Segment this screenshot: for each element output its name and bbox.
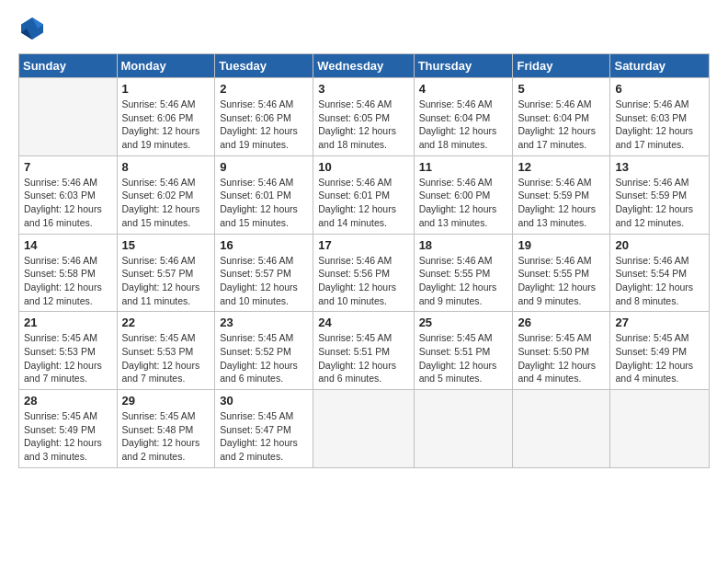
header [18, 15, 710, 42]
day-info: Sunrise: 5:45 AMSunset: 5:49 PMDaylight:… [615, 331, 704, 385]
day-number: 2 [220, 82, 308, 96]
day-info: Sunrise: 5:46 AMSunset: 5:55 PMDaylight:… [518, 254, 605, 308]
calendar-week-row: 14Sunrise: 5:46 AMSunset: 5:58 PMDayligh… [19, 234, 710, 312]
day-info: Sunrise: 5:46 AMSunset: 5:57 PMDaylight:… [122, 254, 210, 308]
calendar-cell: 11Sunrise: 5:46 AMSunset: 6:00 PMDayligh… [414, 155, 513, 234]
calendar-cell: 4Sunrise: 5:46 AMSunset: 6:04 PMDaylight… [414, 78, 513, 156]
day-number: 24 [318, 316, 408, 329]
logo [18, 15, 50, 42]
page: SundayMondayTuesdayWednesdayThursdayFrid… [0, 0, 728, 563]
day-number: 9 [220, 160, 308, 174]
calendar-cell: 22Sunrise: 5:45 AMSunset: 5:53 PMDayligh… [117, 312, 215, 390]
day-info: Sunrise: 5:46 AMSunset: 6:03 PMDaylight:… [24, 176, 112, 230]
day-number: 23 [220, 316, 308, 329]
day-number: 11 [419, 160, 508, 174]
svg-marker-0 [21, 17, 43, 40]
weekday-header: Tuesday [215, 54, 313, 78]
day-info: Sunrise: 5:45 AMSunset: 5:53 PMDaylight:… [122, 331, 210, 385]
day-number: 15 [122, 238, 210, 252]
weekday-header: Thursday [414, 54, 513, 78]
weekday-header: Wednesday [313, 54, 414, 78]
calendar-header: SundayMondayTuesdayWednesdayThursdayFrid… [19, 54, 710, 78]
calendar-cell: 5Sunrise: 5:46 AMSunset: 6:04 PMDaylight… [513, 78, 610, 156]
calendar-cell [610, 390, 710, 468]
day-info: Sunrise: 5:46 AMSunset: 6:01 PMDaylight:… [220, 176, 308, 230]
weekday-header: Friday [513, 54, 610, 78]
day-number: 17 [318, 238, 408, 252]
day-number: 7 [24, 160, 112, 174]
day-number: 10 [318, 160, 408, 174]
calendar-cell [513, 390, 610, 468]
day-info: Sunrise: 5:46 AMSunset: 6:02 PMDaylight:… [122, 176, 210, 230]
calendar-cell: 2Sunrise: 5:46 AMSunset: 6:06 PMDaylight… [215, 78, 313, 156]
calendar-cell: 25Sunrise: 5:45 AMSunset: 5:51 PMDayligh… [414, 312, 513, 390]
day-info: Sunrise: 5:46 AMSunset: 5:59 PMDaylight:… [518, 176, 605, 230]
day-number: 19 [518, 238, 605, 252]
calendar-cell: 7Sunrise: 5:46 AMSunset: 6:03 PMDaylight… [19, 155, 118, 234]
day-number: 26 [518, 316, 605, 329]
day-info: Sunrise: 5:45 AMSunset: 5:47 PMDaylight:… [220, 409, 308, 464]
calendar-week-row: 7Sunrise: 5:46 AMSunset: 6:03 PMDaylight… [19, 155, 710, 234]
day-number: 1 [122, 82, 210, 96]
day-number: 20 [615, 238, 704, 252]
day-info: Sunrise: 5:45 AMSunset: 5:48 PMDaylight:… [122, 409, 210, 464]
calendar-cell [19, 78, 118, 156]
day-info: Sunrise: 5:45 AMSunset: 5:49 PMDaylight:… [24, 409, 112, 464]
day-info: Sunrise: 5:46 AMSunset: 6:04 PMDaylight:… [518, 98, 605, 152]
day-number: 12 [518, 160, 605, 174]
day-info: Sunrise: 5:45 AMSunset: 5:52 PMDaylight:… [220, 331, 308, 385]
weekday-header: Saturday [610, 54, 710, 78]
day-number: 13 [615, 160, 704, 174]
calendar-cell [414, 390, 513, 468]
calendar-cell: 1Sunrise: 5:46 AMSunset: 6:06 PMDaylight… [117, 78, 215, 156]
calendar-cell: 15Sunrise: 5:46 AMSunset: 5:57 PMDayligh… [117, 234, 215, 312]
calendar-cell: 26Sunrise: 5:45 AMSunset: 5:50 PMDayligh… [513, 312, 610, 390]
calendar-body: 1Sunrise: 5:46 AMSunset: 6:06 PMDaylight… [19, 78, 710, 468]
day-number: 16 [220, 238, 308, 252]
day-info: Sunrise: 5:46 AMSunset: 6:03 PMDaylight:… [615, 98, 704, 152]
day-info: Sunrise: 5:46 AMSunset: 6:01 PMDaylight:… [318, 176, 408, 230]
calendar-cell: 14Sunrise: 5:46 AMSunset: 5:58 PMDayligh… [19, 234, 118, 312]
calendar-cell: 29Sunrise: 5:45 AMSunset: 5:48 PMDayligh… [117, 390, 215, 468]
day-number: 4 [419, 82, 508, 96]
day-info: Sunrise: 5:46 AMSunset: 6:05 PMDaylight:… [318, 98, 408, 152]
day-number: 5 [518, 82, 605, 96]
calendar-cell: 24Sunrise: 5:45 AMSunset: 5:51 PMDayligh… [313, 312, 414, 390]
day-number: 6 [615, 82, 704, 96]
day-info: Sunrise: 5:45 AMSunset: 5:50 PMDaylight:… [518, 331, 605, 385]
calendar-cell: 3Sunrise: 5:46 AMSunset: 6:05 PMDaylight… [313, 78, 414, 156]
day-info: Sunrise: 5:45 AMSunset: 5:51 PMDaylight:… [419, 331, 508, 385]
calendar-cell: 30Sunrise: 5:45 AMSunset: 5:47 PMDayligh… [215, 390, 313, 468]
calendar-cell: 21Sunrise: 5:45 AMSunset: 5:53 PMDayligh… [19, 312, 118, 390]
day-info: Sunrise: 5:46 AMSunset: 6:04 PMDaylight:… [419, 98, 508, 152]
day-number: 30 [220, 394, 308, 408]
calendar-cell: 18Sunrise: 5:46 AMSunset: 5:55 PMDayligh… [414, 234, 513, 312]
calendar-cell: 13Sunrise: 5:46 AMSunset: 5:59 PMDayligh… [610, 155, 710, 234]
logo-icon [18, 15, 46, 42]
calendar-cell [313, 390, 414, 468]
day-number: 3 [318, 82, 408, 96]
calendar-cell: 20Sunrise: 5:46 AMSunset: 5:54 PMDayligh… [610, 234, 710, 312]
weekday-row: SundayMondayTuesdayWednesdayThursdayFrid… [19, 54, 710, 78]
day-number: 8 [122, 160, 210, 174]
day-number: 27 [615, 316, 704, 329]
calendar-cell: 23Sunrise: 5:45 AMSunset: 5:52 PMDayligh… [215, 312, 313, 390]
day-number: 28 [24, 394, 112, 408]
calendar-cell: 12Sunrise: 5:46 AMSunset: 5:59 PMDayligh… [513, 155, 610, 234]
calendar-cell: 17Sunrise: 5:46 AMSunset: 5:56 PMDayligh… [313, 234, 414, 312]
calendar-cell: 6Sunrise: 5:46 AMSunset: 6:03 PMDaylight… [610, 78, 710, 156]
day-number: 25 [419, 316, 508, 329]
calendar-cell: 8Sunrise: 5:46 AMSunset: 6:02 PMDaylight… [117, 155, 215, 234]
day-info: Sunrise: 5:45 AMSunset: 5:53 PMDaylight:… [24, 331, 112, 385]
weekday-header: Sunday [19, 54, 118, 78]
calendar-week-row: 21Sunrise: 5:45 AMSunset: 5:53 PMDayligh… [19, 312, 710, 390]
calendar-cell: 10Sunrise: 5:46 AMSunset: 6:01 PMDayligh… [313, 155, 414, 234]
calendar-cell: 16Sunrise: 5:46 AMSunset: 5:57 PMDayligh… [215, 234, 313, 312]
calendar-cell: 9Sunrise: 5:46 AMSunset: 6:01 PMDaylight… [215, 155, 313, 234]
calendar-cell: 19Sunrise: 5:46 AMSunset: 5:55 PMDayligh… [513, 234, 610, 312]
day-info: Sunrise: 5:45 AMSunset: 5:51 PMDaylight:… [318, 331, 408, 385]
day-number: 22 [122, 316, 210, 329]
calendar: SundayMondayTuesdayWednesdayThursdayFrid… [18, 53, 710, 468]
day-number: 29 [122, 394, 210, 408]
calendar-week-row: 1Sunrise: 5:46 AMSunset: 6:06 PMDaylight… [19, 78, 710, 156]
